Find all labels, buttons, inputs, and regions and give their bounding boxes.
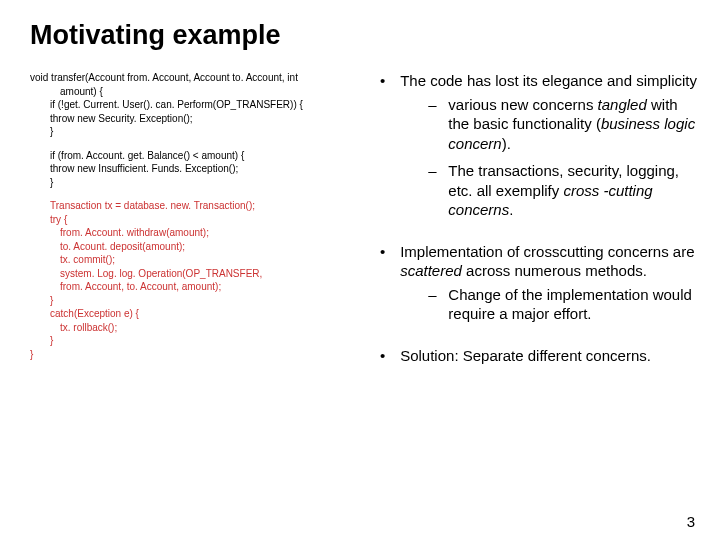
code-line: } xyxy=(30,348,360,362)
code-line: tx. rollback(); xyxy=(30,321,360,335)
code-line: from. Account, to. Account, amount); xyxy=(30,280,360,294)
bullet-item: • Solution: Separate different concerns. xyxy=(380,346,700,366)
code-line: } xyxy=(30,294,360,308)
code-line: from. Account. withdraw(amount); xyxy=(30,226,360,240)
sub-text: Change of the implementation would requi… xyxy=(448,285,696,324)
bullet-item: • The code has lost its elegance and sim… xyxy=(380,71,700,228)
sub-text: various new concerns xyxy=(448,96,597,113)
sub-bullet-item: – Change of the implementation would req… xyxy=(428,285,698,324)
content-area: void transfer(Account from. Account, Acc… xyxy=(0,51,720,379)
code-column: void transfer(Account from. Account, Acc… xyxy=(30,71,360,379)
bullet-item: • Implementation of crosscutting concern… xyxy=(380,242,700,332)
sub-bullet-item: – various new concerns tangled with the … xyxy=(428,95,698,154)
bullet-text: Implementation of crosscutting concerns … xyxy=(400,243,694,260)
code-line: } xyxy=(30,334,360,348)
code-line: to. Acount. deposit(amount); xyxy=(30,240,360,254)
code-line: amount) { xyxy=(30,85,360,99)
code-line: throw new Security. Exception(); xyxy=(30,112,360,126)
code-line: throw new Insufficient. Funds. Exception… xyxy=(30,162,360,176)
bullet-column: • The code has lost its elegance and sim… xyxy=(380,71,700,379)
code-line: Transaction tx = database. new. Transact… xyxy=(30,199,360,213)
bullet-text-italic: scattered xyxy=(400,262,466,279)
sub-text: ). xyxy=(502,135,511,152)
bullet-text: Solution: Separate different concerns. xyxy=(400,346,698,366)
code-line: try { xyxy=(30,213,360,227)
code-line: void transfer(Account from. Account, Acc… xyxy=(30,71,360,85)
sub-text: . xyxy=(509,201,513,218)
slide-title: Motivating example xyxy=(0,0,720,51)
code-line: } xyxy=(30,176,360,190)
code-line: catch(Exception e) { xyxy=(30,307,360,321)
code-line: tx. commit(); xyxy=(30,253,360,267)
code-line: } xyxy=(30,125,360,139)
bullet-text: across numerous methods. xyxy=(466,262,647,279)
code-line: if (!get. Current. User(). can. Perform(… xyxy=(30,98,360,112)
page-number: 3 xyxy=(687,513,695,530)
bullet-text: The code has lost its elegance and simpl… xyxy=(400,72,697,89)
code-line: if (from. Account. get. Balance() < amou… xyxy=(30,149,360,163)
sub-text-italic: tangled xyxy=(598,96,651,113)
code-line: system. Log. log. Operation(OP_TRANSFER, xyxy=(30,267,360,281)
sub-bullet-item: – The transactions, security, logging, e… xyxy=(428,161,698,220)
